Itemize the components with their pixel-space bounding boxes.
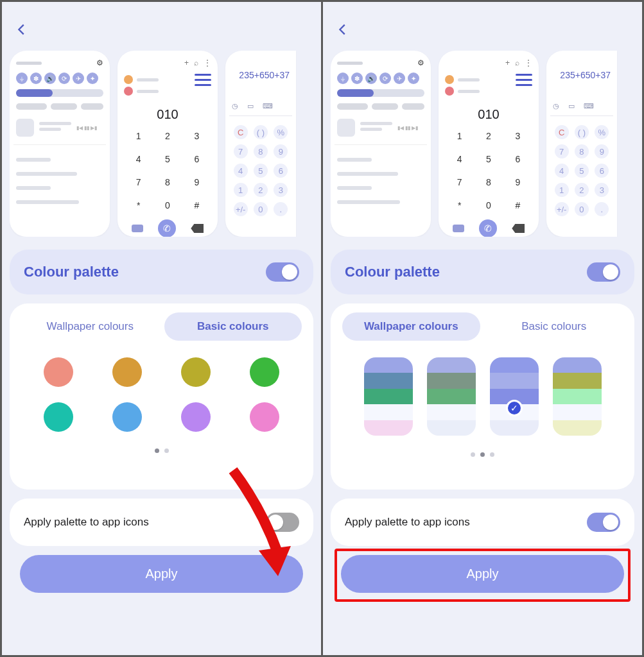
swatch-4[interactable] <box>250 357 279 387</box>
apply-palette-toggle[interactable] <box>266 513 299 532</box>
colour-palette-toggle[interactable] <box>587 262 620 282</box>
preview-quicksettings[interactable]: ⚙ ⏚ ✽ 🔊 ⟳ ✈ ✦ ▮◀ ▮▮ ▶▮ <box>331 51 431 237</box>
call-icon: ✆ <box>479 219 497 237</box>
apply-palette-to-icons-row: Apply palette to app icons <box>10 499 313 546</box>
plus-icon: + <box>184 58 189 67</box>
swatch-7[interactable] <box>181 402 211 432</box>
gear-icon: ⚙ <box>417 58 424 67</box>
airplane-icon: ✈ <box>394 73 405 84</box>
calc-expression: 235+650+37 <box>232 70 290 80</box>
more-icon: ⋮ <box>204 58 211 67</box>
tab-basic-colours[interactable]: Basic colours <box>164 312 302 341</box>
pager-dots <box>342 452 623 457</box>
swatch-6[interactable] <box>112 402 142 432</box>
apply-button[interactable]: Apply <box>341 555 624 593</box>
rotate-icon: ⟳ <box>379 73 391 84</box>
apply-button[interactable]: Apply <box>20 555 303 593</box>
sci-icon: ⌨ <box>584 102 594 110</box>
backspace-icon <box>191 224 204 233</box>
keypad: 123 456 789 *0# <box>124 127 211 214</box>
preview-dialer[interactable]: +⌕⋮ 010 123 456 789 *0# ✆ <box>439 51 539 237</box>
rotate-icon: ⟳ <box>58 73 70 84</box>
calc-expression: 235+650+37 <box>553 70 611 80</box>
colour-palette-toggle[interactable] <box>266 262 299 282</box>
plus-icon: + <box>505 58 510 67</box>
basic-colour-grid <box>21 357 302 432</box>
tab-basic-colours[interactable]: Basic colours <box>485 312 623 341</box>
flashlight-icon: ✦ <box>87 73 98 84</box>
gear-icon: ⚙ <box>96 58 103 67</box>
backspace-icon <box>512 224 525 233</box>
tab-wallpaper-colours[interactable]: Wallpaper colours <box>21 312 159 341</box>
colour-swatch-panel: Wallpaper colours Basic colours <box>10 303 313 490</box>
search-icon: ⌕ <box>515 58 519 67</box>
dialer-number: 010 <box>124 107 211 122</box>
screenshot-left: ⚙ ⏚ ✽ 🔊 ⟳ ✈ ✦ ▮◀ ▮▮ ▶▮ <box>2 2 321 655</box>
wallpaper-palette-cards: ✓ <box>342 357 623 436</box>
colour-palette-header: Colour palette <box>10 250 313 294</box>
search-icon: ⌕ <box>194 58 198 67</box>
apply-palette-to-icons-row: Apply palette to app icons <box>331 499 634 546</box>
wallpaper-palette-card-3[interactable]: ✓ <box>490 357 539 436</box>
more-icon: ⋮ <box>525 58 532 67</box>
bluetooth-icon: ✽ <box>351 73 363 84</box>
colour-palette-title: Colour palette <box>24 264 119 280</box>
swatch-2[interactable] <box>112 357 142 387</box>
wifi-icon: ⏚ <box>16 73 28 84</box>
brightness-slider <box>337 89 424 97</box>
swatch-3[interactable] <box>181 357 211 387</box>
screenshot-right: ⚙ ⏚ ✽ 🔊 ⟳ ✈ ✦ ▮◀ ▮▮ ▶▮ <box>323 2 642 655</box>
brightness-slider <box>16 89 103 97</box>
preview-quicksettings[interactable]: ⚙ ⏚ ✽ 🔊 ⟳ ✈ ✦ ▮◀ ▮▮ ▶▮ <box>10 51 110 237</box>
check-icon: ✓ <box>506 400 523 416</box>
airplane-icon: ✈ <box>73 73 84 84</box>
apply-palette-label: Apply palette to app icons <box>24 516 149 529</box>
ruler-icon: ▭ <box>247 102 254 110</box>
colour-palette-header: Colour palette <box>331 250 634 294</box>
theme-previews: ⚙ ⏚ ✽ 🔊 ⟳ ✈ ✦ ▮◀ ▮▮ ▶▮ <box>331 51 634 237</box>
swatch-8[interactable] <box>250 402 279 432</box>
tab-wallpaper-colours[interactable]: Wallpaper colours <box>342 312 480 341</box>
wallpaper-palette-card-1[interactable] <box>364 357 413 436</box>
swatch-5[interactable] <box>44 402 73 432</box>
back-button[interactable] <box>331 12 634 51</box>
back-button[interactable] <box>10 12 313 51</box>
preview-dialer[interactable]: +⌕⋮ 010 123 456 789 *0# ✆ <box>117 51 218 237</box>
history-icon: ◷ <box>553 102 559 110</box>
theme-previews: ⚙ ⏚ ✽ 🔊 ⟳ ✈ ✦ ▮◀ ▮▮ ▶▮ <box>10 51 313 237</box>
video-call-icon <box>132 225 143 232</box>
wallpaper-palette-card-4[interactable] <box>553 357 602 436</box>
colour-swatch-panel: Wallpaper colours Basic colours ✓ <box>331 303 634 490</box>
wifi-icon: ⏚ <box>337 73 349 84</box>
preview-calculator[interactable]: 235+650+37 ◷ ▭ ⌨ C ( ) % 789 456 123 <box>546 51 617 237</box>
call-icon: ✆ <box>158 219 176 237</box>
history-icon: ◷ <box>232 102 238 110</box>
video-call-icon <box>453 225 464 232</box>
swatch-1[interactable] <box>44 357 73 387</box>
bluetooth-icon: ✽ <box>30 73 42 84</box>
apply-palette-toggle[interactable] <box>587 513 620 532</box>
keypad: 123 456 789 *0# <box>445 127 532 214</box>
flashlight-icon: ✦ <box>408 73 419 84</box>
dialer-number: 010 <box>445 107 532 122</box>
sci-icon: ⌨ <box>263 102 273 110</box>
apply-palette-label: Apply palette to app icons <box>345 516 470 529</box>
sound-icon: 🔊 <box>44 73 56 84</box>
colour-palette-title: Colour palette <box>345 264 440 280</box>
sound-icon: 🔊 <box>365 73 377 84</box>
ruler-icon: ▭ <box>568 102 575 110</box>
wallpaper-palette-card-2[interactable] <box>427 357 476 436</box>
preview-calculator[interactable]: 235+650+37 ◷ ▭ ⌨ C ( ) % 789 456 123 <box>225 51 296 237</box>
pager-dots <box>21 448 302 453</box>
